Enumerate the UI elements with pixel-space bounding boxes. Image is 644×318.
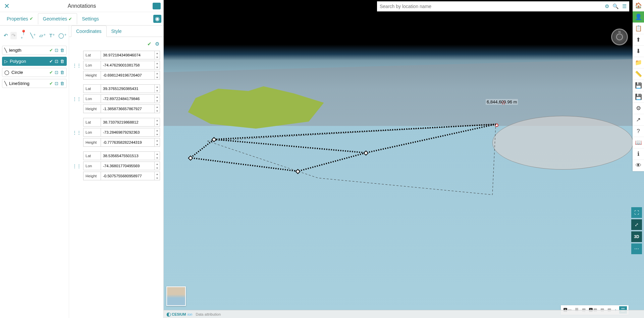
lat-input[interactable] <box>101 118 155 127</box>
step-down-icon[interactable]: ▼ <box>155 122 160 126</box>
step-down-icon[interactable]: ▼ <box>155 156 160 160</box>
save-as-icon[interactable]: 💾 <box>633 91 644 103</box>
check-icon[interactable]: ✔ <box>49 81 53 86</box>
drag-handle-icon[interactable]: ⋮⋮ <box>72 63 81 68</box>
upload-icon[interactable]: ⬆ <box>633 34 644 46</box>
lon-input[interactable] <box>101 162 155 170</box>
step-down-icon[interactable]: ▼ <box>155 89 160 93</box>
folder-icon[interactable]: 📁 <box>633 57 644 69</box>
lat-input[interactable] <box>101 151 155 160</box>
step-up-icon[interactable]: ▲ <box>155 61 160 65</box>
height-input[interactable] <box>101 172 155 180</box>
height-input[interactable] <box>101 138 155 147</box>
step-down-icon[interactable]: ▼ <box>155 75 160 79</box>
step-down-icon[interactable]: ▼ <box>155 109 160 113</box>
more-options-button[interactable]: ⋯ <box>631 243 642 254</box>
compass[interactable] <box>611 29 628 45</box>
settings-icon[interactable]: ⚙ <box>155 41 159 47</box>
tab-style[interactable]: Style <box>107 26 126 37</box>
check-icon[interactable]: ✔ <box>49 59 53 64</box>
drag-handle-icon[interactable]: ⋮⋮ <box>72 96 81 101</box>
step-down-icon[interactable]: ▼ <box>155 65 160 69</box>
settings-icon[interactable]: ⚙ <box>633 103 644 114</box>
expand-button[interactable]: ⤢ <box>631 219 642 230</box>
geometry-item-polygon[interactable]: ▷Polygon✔⊡🗑 <box>2 57 67 66</box>
close-panel-button[interactable]: ✕ <box>3 1 11 11</box>
drag-handle-icon[interactable]: ⋮⋮ <box>72 130 81 135</box>
step-up-icon[interactable]: ▲ <box>155 71 160 75</box>
step-up-icon[interactable]: ▲ <box>155 128 160 132</box>
3d-toggle-button[interactable]: 3D <box>631 231 642 242</box>
add-text-button[interactable]: T⁺ <box>48 32 56 39</box>
zoom-to-icon[interactable]: ⊡ <box>55 70 58 75</box>
delete-icon[interactable]: 🗑 <box>60 70 64 75</box>
add-circle-button[interactable]: ◯⁺ <box>57 32 68 39</box>
tab-properties[interactable]: Properties ✔ <box>2 13 38 24</box>
height-input[interactable] <box>101 104 155 113</box>
share-icon[interactable]: ↗ <box>633 114 644 126</box>
zoom-to-icon[interactable]: ⊡ <box>55 81 58 86</box>
add-polygon-button[interactable]: ▱⁺ <box>38 32 47 39</box>
delete-icon[interactable]: 🗑 <box>60 48 64 53</box>
chat-icon[interactable] <box>153 3 161 9</box>
step-up-icon[interactable]: ▲ <box>155 138 160 142</box>
search-icon[interactable]: 🔍 <box>612 3 619 9</box>
check-icon[interactable]: ✔ <box>49 48 53 53</box>
download-icon[interactable]: ⬇ <box>633 46 644 57</box>
clipboard-icon[interactable]: 📋 <box>633 23 644 34</box>
circle-annotation[interactable] <box>492 116 633 170</box>
search-input[interactable] <box>380 4 601 9</box>
fullscreen-button[interactable]: ⛶ <box>631 207 642 218</box>
minimap[interactable] <box>166 286 186 306</box>
step-up-icon[interactable]: ▲ <box>155 162 160 166</box>
vertex-marker[interactable] <box>495 124 498 127</box>
help-icon[interactable]: ? <box>633 126 644 137</box>
lon-input[interactable] <box>101 94 155 103</box>
delete-point-icon[interactable]: 🗑 <box>162 96 163 102</box>
book-icon[interactable]: 📖 <box>633 137 644 148</box>
add-coordinate-button[interactable]: ＋ <box>163 41 163 47</box>
validate-icon[interactable]: ✔ <box>147 41 152 47</box>
zoom-to-icon[interactable]: ⊡ <box>55 59 58 64</box>
step-up-icon[interactable]: ▲ <box>155 51 160 55</box>
map-viewport[interactable]: 6,844,609.96 m ☆ ⚙ 🔍 ☰ 🏠 👤 <box>164 0 644 318</box>
step-up-icon[interactable]: ▲ <box>155 118 160 122</box>
add-marker-button[interactable]: 📍⁺ <box>19 29 28 42</box>
user-button[interactable]: 👤 <box>633 11 644 23</box>
lat-input[interactable] <box>101 51 155 59</box>
delete-point-icon[interactable]: 🗑 <box>162 130 163 135</box>
data-attribution-link[interactable]: Data attribution <box>196 312 221 316</box>
step-down-icon[interactable]: ▼ <box>155 132 160 136</box>
step-down-icon[interactable]: ▼ <box>155 176 160 180</box>
drag-handle-icon[interactable]: ⋮⋮ <box>72 164 81 169</box>
step-down-icon[interactable]: ▼ <box>155 166 160 170</box>
check-icon[interactable]: ✔ <box>49 70 53 75</box>
geometry-item-linestring[interactable]: ╲LineString✔⊡🗑 <box>2 79 67 88</box>
step-down-icon[interactable]: ▼ <box>155 99 160 103</box>
save-icon[interactable]: 💾 <box>633 80 644 91</box>
info-icon[interactable]: ℹ <box>633 148 644 160</box>
delete-point-icon[interactable]: 🗑 <box>162 163 163 169</box>
ruler-icon[interactable]: 📏 <box>633 69 644 80</box>
geometry-item-length[interactable]: ╲length✔⊡🗑 <box>2 46 67 55</box>
step-up-icon[interactable]: ▲ <box>155 85 160 89</box>
undo-button[interactable]: ↶ <box>3 32 9 39</box>
delete-icon[interactable]: 🗑 <box>60 59 64 64</box>
step-up-icon[interactable]: ▲ <box>155 172 160 176</box>
eye-icon[interactable]: 👁 <box>633 160 644 171</box>
step-up-icon[interactable]: ▲ <box>155 105 160 109</box>
step-up-icon[interactable]: ▲ <box>155 95 160 99</box>
lon-input[interactable] <box>101 128 155 137</box>
tab-settings[interactable]: Settings <box>77 13 104 24</box>
collapse-panel-button[interactable]: ◉ <box>153 15 161 23</box>
redo-button[interactable]: ↷ <box>10 32 17 39</box>
add-line-button[interactable]: ╲⁺ <box>29 32 37 39</box>
tab-geometries[interactable]: Geometries ✔ <box>38 13 77 25</box>
delete-point-icon[interactable]: 🗑 <box>162 62 163 68</box>
height-input[interactable] <box>101 71 155 80</box>
zoom-to-icon[interactable]: ⊡ <box>55 48 58 53</box>
lon-input[interactable] <box>101 61 155 70</box>
step-down-icon[interactable]: ▼ <box>155 55 160 59</box>
geometry-item-circle[interactable]: ◯Circle✔⊡🗑 <box>2 68 67 77</box>
step-down-icon[interactable]: ▼ <box>155 142 160 146</box>
